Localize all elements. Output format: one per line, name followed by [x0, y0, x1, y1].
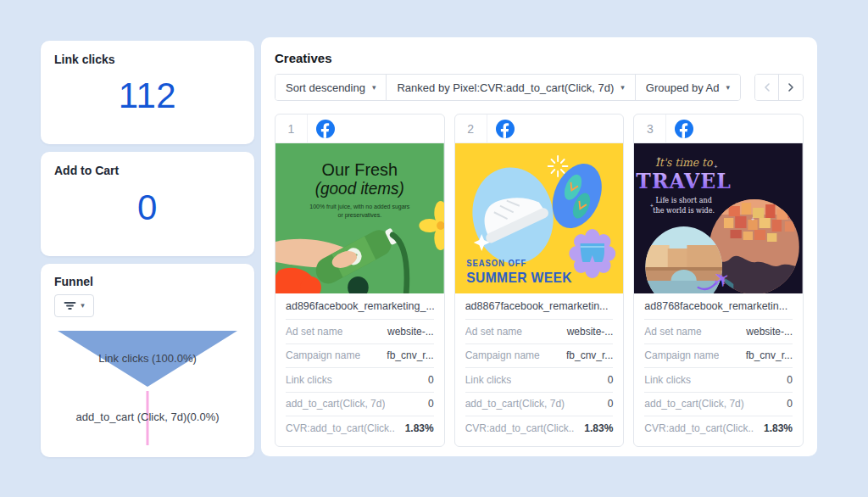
stat-row: Campaign name fb_cnv_r...	[465, 344, 614, 369]
stat-row: add_to_cart(Click, 7d) 0	[465, 393, 614, 417]
stat-row: Link clicks 0	[644, 368, 793, 393]
rank-badge: 3	[634, 114, 666, 142]
creative-tagline: SEASON OFF	[466, 259, 526, 268]
creative-card-header: 1	[275, 114, 444, 143]
creative-body: the world is wide.	[654, 206, 715, 215]
creative-image-summer: SEASON OFF SUMMER WEEK	[455, 143, 624, 293]
stat-row: CVR:add_to_cart(Click.. 1.83%	[286, 416, 434, 441]
chevron-left-icon	[763, 82, 771, 92]
funnel-chart: Link clicks (100.0%) add_to_cart (Click,…	[55, 326, 240, 453]
creative-stats: ad896facebook_remarketing_... Ad set nam…	[275, 293, 444, 446]
creative-stats: ad8867facebook_remarketin... Ad set name…	[455, 293, 624, 446]
metric-label: Add to Cart	[54, 164, 241, 177]
caret-down-icon: ▾	[726, 84, 731, 92]
stat-row: Link clicks 0	[286, 368, 434, 393]
metric-value: 112	[54, 66, 241, 132]
stat-row: Campaign name fb_cnv_r...	[644, 344, 793, 369]
ad-name: ad8867facebook_remarketin...	[465, 293, 614, 320]
funnel-card: Funnel ▾ Link clicks (100.0%) add_to_car…	[41, 264, 254, 457]
ranked-by-dropdown-label: Ranked by Pixel:CVR:add_to_cart(Click, 7…	[397, 81, 614, 94]
funnel-stage-1-label: Link clicks (100.0%)	[98, 352, 197, 365]
creative-card-2[interactable]: 2	[454, 114, 625, 447]
facebook-icon	[496, 120, 515, 138]
chevron-right-icon	[787, 82, 795, 92]
metric-value: 0	[54, 177, 241, 244]
stat-row: Link clicks 0	[465, 368, 614, 393]
ad-name: ad8768facebook_remarketin...	[644, 293, 793, 320]
stat-row: Ad set name website-...	[286, 320, 434, 344]
creative-body: 100% fruit juice, with no added sugars	[309, 203, 409, 210]
sort-dropdown[interactable]: Sort descending ▾	[275, 75, 387, 100]
creative-card-header: 2	[455, 114, 624, 143]
stat-row: add_to_cart(Click, 7d) 0	[286, 393, 434, 417]
stat-row: add_to_cart(Click, 7d) 0	[644, 393, 793, 417]
stat-row: CVR:add_to_cart(Click.. 1.83%	[644, 416, 793, 441]
creative-stats: ad8768facebook_remarketin... Ad set name…	[634, 293, 803, 446]
creatives-controls: Sort descending ▾ Ranked by Pixel:CVR:ad…	[275, 74, 804, 101]
creative-headline: SUMMER WEEK	[466, 270, 572, 285]
caret-down-icon: ▾	[620, 84, 625, 92]
pagination	[754, 74, 804, 101]
rank-badge: 2	[455, 114, 487, 142]
metrics-sidebar: Link clicks 112 Add to Cart 0 Funnel ▾	[41, 41, 254, 457]
svg-text:+: +	[751, 215, 755, 223]
grouped-by-dropdown-label: Grouped by Ad	[646, 81, 720, 94]
creative-eyebrow: It's time to	[655, 156, 714, 169]
prev-page-button[interactable]	[755, 75, 779, 100]
stat-row: CVR:add_to_cart(Click.. 1.83%	[465, 416, 614, 441]
creative-headline: Our Fresh	[322, 159, 398, 179]
grouped-by-dropdown[interactable]: Grouped by Ad ▾	[636, 75, 740, 100]
creative-body: or preservatives.	[338, 211, 382, 219]
funnel-icon	[64, 301, 76, 311]
creatives-filter-group: Sort descending ▾ Ranked by Pixel:CVR:ad…	[275, 74, 741, 101]
funnel-stage-2-label: add_to_cart (Click, 7d)(0.0%)	[75, 410, 219, 423]
stat-row: Ad set name website-...	[465, 320, 614, 344]
creative-subhead: (good items)	[315, 179, 404, 198]
ad-name: ad896facebook_remarketing_...	[286, 293, 434, 320]
metric-label: Link clicks	[54, 53, 241, 66]
creative-body: Life is short and	[656, 196, 713, 204]
stat-row: Campaign name fb_cnv_r...	[286, 344, 434, 369]
creative-cards-row: 1	[275, 114, 804, 447]
creative-card-header: 3	[634, 114, 803, 143]
stat-row: Ad set name website-...	[644, 320, 793, 344]
facebook-icon	[675, 120, 693, 138]
creative-image-travel: ✈ ++ ++ It's time to TRAVEL Life is shor…	[634, 143, 803, 293]
next-page-button[interactable]	[779, 75, 803, 100]
creative-card-3[interactable]: 3	[633, 114, 804, 447]
caret-down-icon: ▾	[372, 84, 376, 92]
creative-card-1[interactable]: 1	[275, 114, 445, 447]
caret-down-icon: ▾	[81, 302, 85, 310]
metric-card-link-clicks: Link clicks 112	[41, 41, 254, 144]
funnel-filter-button[interactable]: ▾	[54, 294, 94, 317]
facebook-icon	[316, 120, 335, 138]
creative-image-juice: Our Fresh (good items) 100% fruit juice,…	[275, 143, 444, 293]
ranked-by-dropdown[interactable]: Ranked by Pixel:CVR:add_to_cart(Click, 7…	[387, 75, 635, 100]
creatives-panel: Creatives Sort descending ▾ Ranked by Pi…	[261, 37, 817, 456]
rank-badge: 1	[275, 114, 308, 142]
metric-card-add-to-cart: Add to Cart 0	[41, 152, 254, 256]
funnel-title: Funnel	[54, 275, 241, 288]
sort-dropdown-label: Sort descending	[286, 81, 365, 94]
creative-headline: TRAVEL	[637, 168, 732, 193]
panel-title: Creatives	[275, 51, 804, 65]
